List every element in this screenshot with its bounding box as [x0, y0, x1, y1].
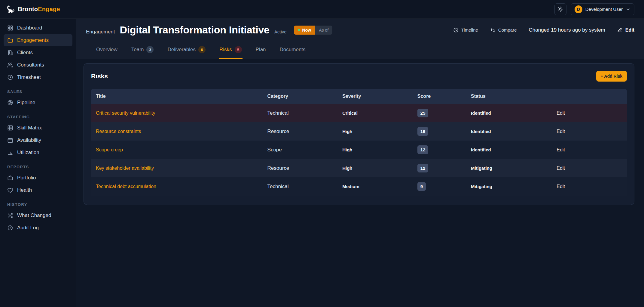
tab-label: Documents	[280, 47, 306, 53]
sidebar-item-label: Clients	[17, 50, 33, 56]
now-label: Now	[302, 28, 311, 33]
tab-plan[interactable]: Plan	[255, 41, 267, 59]
risks-table: Title Category Severity Score Status Cri…	[91, 89, 627, 196]
sidebar-item-audit-log[interactable]: Audit Log	[4, 222, 72, 234]
sidebar-item-timesheet[interactable]: Timesheet	[4, 71, 72, 83]
risk-category: Scope	[263, 141, 338, 159]
bar-chart-icon	[7, 150, 13, 156]
column-header-severity: Severity	[337, 89, 413, 104]
table-row: Key stakeholder availability Resource Hi…	[91, 159, 627, 177]
risk-severity: Medium	[337, 177, 413, 196]
now-dot-icon	[298, 29, 300, 31]
risk-title-link[interactable]: Resource constraints	[96, 129, 141, 134]
clock-icon	[7, 74, 13, 80]
sidebar-section-sales: Sales	[4, 89, 72, 94]
sidebar-item-health[interactable]: Health	[4, 184, 72, 196]
risk-status: Identified	[466, 122, 552, 141]
sidebar-section-reports: Reports	[4, 165, 72, 169]
sidebar-nav: Dashboard Engagements Clients Consultant…	[0, 19, 76, 237]
pencil-icon	[617, 27, 623, 33]
sidebar-item-skill-matrix[interactable]: Skill Matrix	[4, 122, 72, 134]
edit-label: Edit	[625, 27, 634, 33]
risk-edit-link[interactable]: Edit	[557, 184, 565, 189]
risk-title-link[interactable]: Technical debt accumulation	[96, 184, 156, 189]
sidebar-item-dashboard[interactable]: Dashboard	[4, 22, 72, 34]
sidebar-item-label: Audit Log	[17, 225, 39, 231]
building-icon	[7, 50, 13, 56]
app-root: 🦕 BrontoEngage Dashboard Engagements Cli…	[0, 0, 644, 307]
risk-edit-link[interactable]: Edit	[557, 129, 565, 134]
risk-category: Resource	[263, 159, 338, 177]
sidebar-item-what-changed[interactable]: What Changed	[4, 209, 72, 222]
sidebar-item-consultants[interactable]: Consultants	[4, 59, 72, 71]
timeline-label: Timeline	[461, 27, 478, 33]
brand-name-accent: Engage	[38, 6, 60, 12]
sidebar-item-portfolio[interactable]: Portfolio	[4, 172, 72, 184]
table-header-row: Title Category Severity Score Status	[91, 89, 627, 104]
risk-severity: High	[337, 122, 413, 141]
tab-documents[interactable]: Documents	[279, 41, 306, 59]
page-title: Digital Transformation Initiative	[120, 24, 269, 36]
sidebar-item-availability[interactable]: Availability	[4, 134, 72, 146]
brand: 🦕 BrontoEngage	[0, 0, 76, 19]
sidebar-item-label: Utilization	[17, 150, 39, 156]
chevron-down-icon	[626, 7, 630, 12]
risk-category: Technical	[263, 104, 338, 122]
sun-icon	[557, 6, 563, 12]
now-toggle-button[interactable]: Now	[294, 26, 315, 35]
risk-status: Identified	[466, 141, 552, 159]
changed-text: Changed 19 hours ago by system	[529, 27, 605, 33]
risk-score-badge: 12	[417, 145, 429, 154]
sidebar-item-label: Health	[17, 187, 32, 193]
folder-icon	[7, 37, 13, 43]
sidebar-item-label: Consultants	[17, 62, 44, 68]
tab-badge-risks: 5	[235, 46, 242, 53]
engagement-title-group: Engagement Digital Transformation Initia…	[86, 24, 287, 36]
risk-score-badge: 16	[417, 127, 429, 136]
user-menu-button[interactable]: D Development User	[571, 3, 634, 15]
risk-edit-link[interactable]: Edit	[557, 166, 565, 171]
table-row: Scope creep Scope High 12 Identified Edi…	[91, 141, 627, 159]
risk-edit-link[interactable]: Edit	[557, 147, 565, 152]
sidebar-item-clients[interactable]: Clients	[4, 46, 72, 59]
tab-risks[interactable]: Risks 5	[219, 41, 243, 59]
risk-title-link[interactable]: Scope creep	[96, 147, 123, 152]
risk-title-link[interactable]: Critical security vulnerability	[96, 110, 155, 116]
column-header-category: Category	[263, 89, 338, 104]
sidebar-item-pipeline[interactable]: Pipeline	[4, 96, 72, 109]
topbar: D Development User	[76, 0, 644, 19]
history-icon	[7, 225, 13, 231]
sidebar-item-utilization[interactable]: Utilization	[4, 146, 72, 159]
tab-badge-team: 3	[146, 46, 154, 53]
timeline-button[interactable]: Timeline	[453, 27, 478, 33]
column-header-title: Title	[91, 89, 263, 104]
engagement-label: Engagement	[86, 29, 115, 35]
tab-badge-deliverables: 6	[198, 46, 206, 53]
as-of-toggle-button[interactable]: As of	[315, 26, 332, 35]
sidebar-item-label: Engagements	[17, 37, 49, 43]
content-area: Risks + Add Risk Title Category Severity…	[76, 59, 644, 307]
briefcase-icon	[7, 175, 13, 181]
tab-overview[interactable]: Overview	[96, 41, 118, 59]
sidebar-item-engagements[interactable]: Engagements	[4, 34, 72, 46]
risk-edit-link[interactable]: Edit	[557, 110, 565, 116]
risk-title-link[interactable]: Key stakeholder availability	[96, 166, 154, 171]
brand-name-primary: Bronto	[18, 6, 38, 12]
edit-button[interactable]: Edit	[617, 27, 634, 33]
column-header-score: Score	[413, 89, 466, 104]
tab-team[interactable]: Team 3	[131, 41, 154, 59]
tab-deliverables[interactable]: Deliverables 6	[167, 41, 206, 59]
risk-status: Mitigating	[466, 177, 552, 196]
avatar: D	[575, 5, 582, 13]
add-risk-button[interactable]: + Add Risk	[596, 71, 627, 82]
table-row: Critical security vulnerability Technica…	[91, 104, 627, 122]
time-toggle: Now As of	[294, 26, 332, 35]
sidebar-section-history: History	[4, 202, 72, 207]
tab-label: Team	[131, 47, 144, 53]
calendar-icon	[7, 137, 13, 143]
users-icon	[7, 62, 13, 68]
theme-toggle-button[interactable]	[554, 3, 566, 15]
sidebar-item-label: Timesheet	[17, 74, 41, 80]
sidebar-item-label: What Changed	[17, 212, 51, 219]
compare-button[interactable]: Compare	[490, 27, 517, 33]
